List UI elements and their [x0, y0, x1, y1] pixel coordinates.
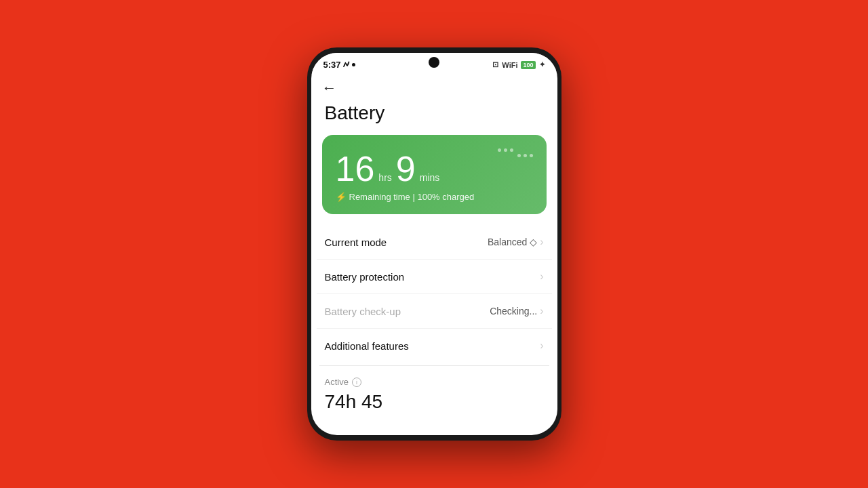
section-divider — [319, 365, 549, 366]
bolt-icon: ⚡ — [336, 192, 347, 202]
battery-checkup-label: Battery check-up — [325, 306, 401, 317]
additional-features-label: Additional features — [325, 340, 409, 352]
active-label-row: Active i — [325, 377, 544, 387]
active-numbers: 74h 45 — [325, 391, 544, 413]
status-time: 5:37 🗲 — [323, 60, 355, 70]
status-bar: 5:37 🗲 ⊡ WiFi 100 ✦ — [311, 53, 557, 73]
battery-checkup-chevron: › — [540, 305, 543, 317]
menu-section: Current mode Balanced ◇ › Battery protec… — [311, 225, 557, 363]
battery-status-row: ⚡ Remaining time | 100% charged — [336, 192, 533, 202]
nav-bar: ← — [311, 73, 557, 100]
time-display: 5:37 — [323, 60, 341, 70]
menu-item-current-mode[interactable]: Current mode Balanced ◇ › — [317, 225, 552, 260]
dot4 — [517, 154, 521, 157]
active-section: Active i 74h 45 — [311, 369, 557, 418]
additional-features-chevron: › — [540, 340, 543, 352]
dot6 — [530, 154, 533, 157]
current-mode-right: Balanced ◇ › — [488, 236, 544, 248]
battery-protection-chevron: › — [540, 270, 543, 283]
battery-status-icon: 100 — [521, 61, 535, 69]
battery-status-text: Remaining time | 100% charged — [349, 192, 475, 202]
battery-checkup-value: Checking... — [490, 306, 537, 317]
status-separator-dot — [352, 63, 355, 66]
camera-cutout — [429, 57, 439, 68]
battery-protection-label: Battery protection — [325, 271, 405, 283]
current-mode-value: Balanced ◇ — [488, 237, 537, 247]
screen-cast-icon: ⊡ — [492, 60, 498, 69]
screen-content: ← Battery — [311, 73, 557, 435]
battery-decoration-dots — [498, 148, 533, 157]
current-mode-label: Current mode — [325, 237, 387, 248]
bluetooth-icon: ✦ — [539, 60, 545, 69]
battery-hours-unit: hrs — [378, 172, 391, 183]
menu-item-battery-protection[interactable]: Battery protection › — [317, 260, 552, 294]
battery-card: 16 hrs 9 mins ⚡ Remaining time | 100% ch… — [322, 135, 547, 214]
additional-features-right: › — [540, 340, 543, 352]
battery-mins-number: 9 — [396, 151, 416, 186]
current-mode-chevron: › — [540, 236, 543, 248]
wifi-icon: WiFi — [502, 61, 517, 69]
page-title: Battery — [311, 100, 557, 135]
back-button[interactable]: ← — [322, 79, 337, 96]
battery-mins-unit: mins — [420, 172, 440, 183]
phone-wrapper: 5:37 🗲 ⊡ WiFi 100 ✦ ← — [307, 47, 561, 441]
phone-frame: 5:37 🗲 ⊡ WiFi 100 ✦ ← — [307, 47, 561, 441]
menu-item-additional-features[interactable]: Additional features › — [317, 329, 552, 363]
dot1 — [498, 148, 501, 152]
battery-checkup-right: Checking... › — [490, 305, 543, 317]
battery-hours-number: 16 — [336, 151, 375, 186]
dot3 — [510, 148, 513, 152]
active-info-icon: i — [352, 378, 361, 387]
active-label-text: Active — [325, 377, 349, 387]
dot5 — [524, 154, 527, 157]
menu-item-battery-checkup[interactable]: Battery check-up Checking... › — [317, 294, 552, 329]
battery-protection-right: › — [540, 270, 543, 283]
dot2 — [504, 148, 507, 152]
status-indicator-icon: 🗲 — [343, 61, 350, 68]
phone-screen: 5:37 🗲 ⊡ WiFi 100 ✦ ← — [311, 53, 557, 435]
status-icons-group: ⊡ WiFi 100 ✦ — [492, 60, 545, 69]
